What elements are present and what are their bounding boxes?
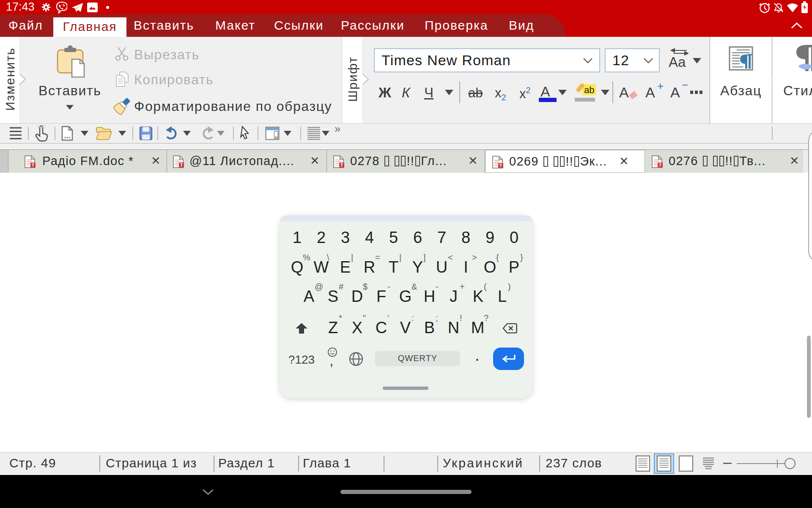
svg-text:T: T (340, 163, 343, 168)
svg-text:T: T (32, 163, 34, 168)
svg-text:T: T (499, 163, 502, 168)
svg-text:T: T (180, 163, 183, 168)
svg-text:ab: ab (584, 85, 594, 95)
svg-text:T: T (659, 163, 661, 168)
